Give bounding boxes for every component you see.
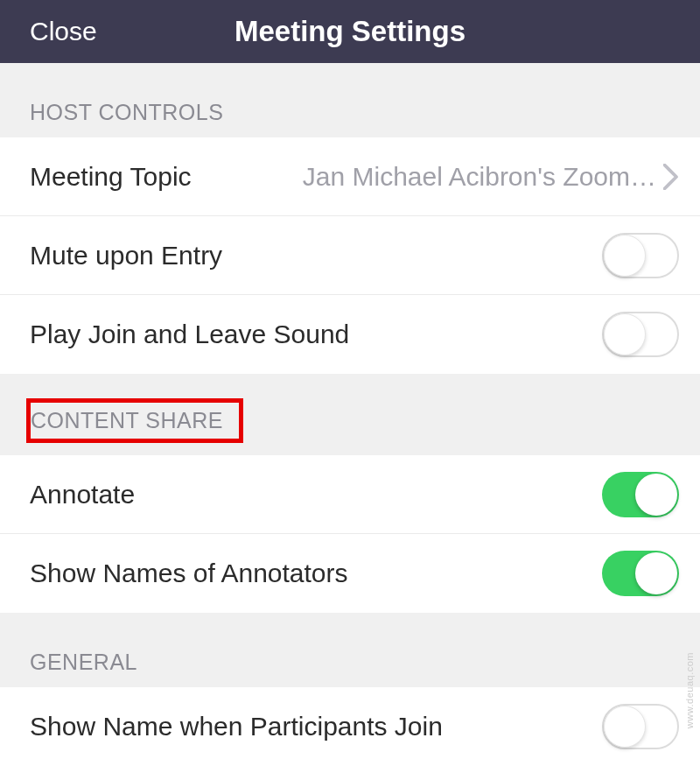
play-join-leave-sound-label: Play Join and Leave Sound — [30, 320, 349, 349]
general-group: Show Name when Participants Join — [0, 687, 700, 766]
meeting-topic-value: Jan Michael Acibron's Zoom… — [209, 162, 656, 192]
toggle-knob — [604, 313, 646, 355]
section-header-host-controls: HOST CONTROLS — [0, 63, 700, 137]
chevron-right-icon — [663, 164, 679, 190]
toggle-knob — [635, 474, 677, 516]
meeting-topic-label: Meeting Topic — [30, 162, 192, 192]
host-controls-group: Meeting Topic Jan Michael Acibron's Zoom… — [0, 137, 700, 374]
mute-upon-entry-row: Mute upon Entry — [0, 216, 700, 295]
annotate-toggle[interactable] — [602, 472, 679, 517]
header-bar: Close Meeting Settings — [0, 0, 700, 63]
toggle-knob — [604, 235, 646, 277]
mute-upon-entry-label: Mute upon Entry — [30, 241, 222, 271]
annotate-row: Annotate — [0, 455, 700, 534]
toggle-knob — [604, 706, 646, 748]
play-join-leave-sound-toggle[interactable] — [602, 312, 679, 357]
close-button[interactable]: Close — [30, 17, 97, 46]
content-share-header-text: CONTENT SHARE — [31, 408, 223, 432]
show-name-participants-join-row: Show Name when Participants Join — [0, 687, 700, 766]
toggle-knob — [635, 552, 677, 594]
section-header-content-share: CONTENT SHARE — [0, 374, 700, 455]
page-title: Meeting Settings — [234, 15, 466, 48]
show-names-annotators-row: Show Names of Annotators — [0, 534, 700, 613]
show-name-participants-join-label: Show Name when Participants Join — [30, 712, 443, 741]
mute-upon-entry-toggle[interactable] — [602, 233, 679, 278]
show-name-participants-join-toggle[interactable] — [602, 704, 679, 749]
show-names-annotators-label: Show Names of Annotators — [30, 559, 348, 588]
watermark-text: www.deuaq.com — [684, 652, 695, 728]
content-share-highlight: CONTENT SHARE — [26, 398, 243, 443]
section-header-general: GENERAL — [0, 613, 700, 687]
content-share-group: Annotate Show Names of Annotators — [0, 455, 700, 613]
play-join-leave-sound-row: Play Join and Leave Sound — [0, 295, 700, 374]
show-names-annotators-toggle[interactable] — [602, 551, 679, 596]
annotate-label: Annotate — [30, 480, 135, 509]
meeting-topic-row[interactable]: Meeting Topic Jan Michael Acibron's Zoom… — [0, 137, 700, 216]
